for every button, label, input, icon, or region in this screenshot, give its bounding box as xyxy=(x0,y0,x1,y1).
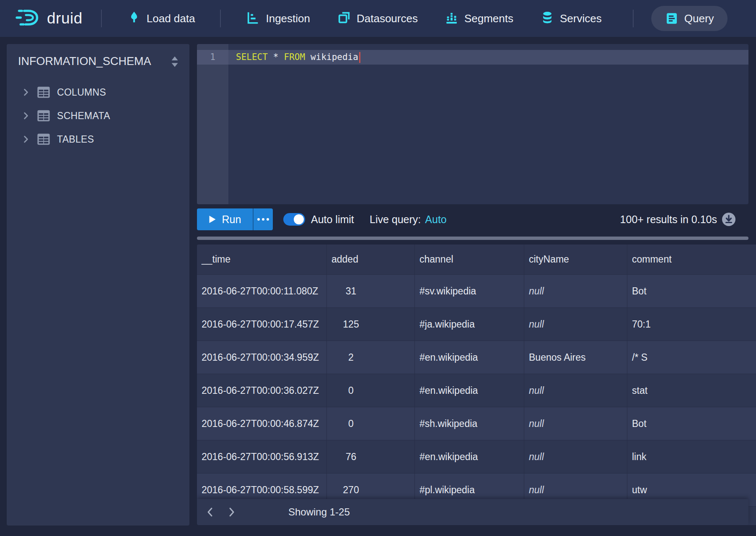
column-header-cityname[interactable]: cityName xyxy=(524,245,627,274)
cell-time[interactable]: 2016-06-27T00:00:56.913Z xyxy=(197,440,327,473)
nav-item-segments[interactable]: Segments xyxy=(445,10,513,26)
line-number: 1 xyxy=(197,50,228,65)
cell-time[interactable]: 2016-06-27T00:00:11.080Z xyxy=(197,275,327,307)
tree-item-columns[interactable]: COLUMNS xyxy=(7,81,189,104)
table-row: 2016-06-27T00:00:56.913Z 76 #en.wikipedi… xyxy=(197,440,756,474)
column-header-comment[interactable]: comment xyxy=(627,245,756,274)
cell-channel[interactable]: #en.wikipedia xyxy=(415,341,524,374)
top-nav: druid Load data Ingestion Datasourc xyxy=(0,0,756,37)
previous-page-button[interactable] xyxy=(205,507,215,518)
tree-item-tables[interactable]: TABLES xyxy=(7,127,189,151)
chevron-right-icon[interactable] xyxy=(22,88,30,96)
table-row: 2016-06-27T00:00:34.959Z 2 #en.wikipedia… xyxy=(197,341,756,374)
cell-comment[interactable]: stat xyxy=(627,374,756,407)
druid-logo-icon xyxy=(14,5,42,32)
tree-item-label: TABLES xyxy=(57,134,94,145)
datasources-stack-icon xyxy=(337,10,351,26)
nav-divider xyxy=(633,10,634,27)
schema-title: INFORMATION_SCHEMA xyxy=(18,55,151,68)
nav-item-query-active[interactable]: Query xyxy=(651,6,728,31)
cell-comment[interactable]: 70:1 xyxy=(627,308,756,341)
brand-name: druid xyxy=(47,10,83,27)
sql-star: * xyxy=(273,50,279,65)
download-results-button[interactable] xyxy=(722,212,736,228)
cell-time[interactable]: 2016-06-27T00:00:36.027Z xyxy=(197,374,327,407)
cell-time[interactable]: 2016-06-27T00:00:46.874Z xyxy=(197,407,327,440)
showing-range-label: Showing 1-25 xyxy=(288,506,350,518)
column-header-added[interactable]: added xyxy=(327,245,415,274)
tree-item-schemata[interactable]: SCHEMATA xyxy=(7,104,189,127)
cell-added[interactable]: 76 xyxy=(327,440,415,473)
cell-channel[interactable]: #sv.wikipedia xyxy=(415,275,524,307)
nav-divider xyxy=(220,10,221,27)
segments-bars-icon xyxy=(445,10,459,26)
cell-added[interactable]: 0 xyxy=(327,374,415,407)
nav-label: Datasources xyxy=(357,12,418,25)
table-row: 2016-06-27T00:00:11.080Z 31 #sv.wikipedi… xyxy=(197,275,756,308)
live-query: Live query: Auto xyxy=(370,208,447,230)
run-options-button[interactable] xyxy=(253,208,273,230)
ingestion-chart-icon xyxy=(246,10,260,26)
auto-limit-label[interactable]: Auto limit xyxy=(311,208,354,230)
schema-tree: COLUMNS SCHEMATA xyxy=(7,81,189,151)
nav-item-datasources[interactable]: Datasources xyxy=(337,10,418,26)
pagination-bar: Showing 1-25 xyxy=(197,499,748,525)
cell-channel[interactable]: #sh.wikipedia xyxy=(415,407,524,440)
chevron-right-icon[interactable] xyxy=(22,135,30,143)
editor-gutter xyxy=(197,44,228,204)
auto-limit-toggle[interactable] xyxy=(283,213,305,226)
nav-label: Ingestion xyxy=(266,12,310,25)
cell-channel[interactable]: #ja.wikipedia xyxy=(415,308,524,341)
sort-toggle-icon[interactable] xyxy=(169,55,180,68)
cell-cityname[interactable]: null xyxy=(524,308,627,341)
nav-label: Segments xyxy=(464,12,513,25)
nav-item-services[interactable]: Services xyxy=(540,10,602,26)
table-row: 2016-06-27T00:00:36.027Z 0 #en.wikipedia… xyxy=(197,374,756,407)
cell-channel[interactable]: #en.wikipedia xyxy=(415,374,524,407)
cell-added[interactable]: 2 xyxy=(327,341,415,374)
cell-added[interactable]: 0 xyxy=(327,407,415,440)
live-query-value-link[interactable]: Auto xyxy=(425,213,446,226)
druid-logo[interactable]: druid xyxy=(14,5,83,32)
cell-comment[interactable]: link xyxy=(627,440,756,473)
table-grid-icon xyxy=(37,86,50,99)
cell-added[interactable]: 31 xyxy=(327,275,415,307)
cell-cityname[interactable]: null xyxy=(524,374,627,407)
column-header-channel[interactable]: channel xyxy=(415,245,524,274)
run-button[interactable]: Run xyxy=(197,208,253,230)
column-header-time[interactable]: __time xyxy=(197,245,327,274)
cell-cityname[interactable]: null xyxy=(524,407,627,440)
nav-divider xyxy=(101,10,102,27)
nav-item-load-data[interactable]: Load data xyxy=(127,10,195,26)
ellipsis-icon xyxy=(257,218,269,221)
resize-handle[interactable] xyxy=(197,237,748,240)
live-query-label: Live query: xyxy=(370,213,421,226)
cell-cityname[interactable]: Buenos Aires xyxy=(524,341,627,374)
cell-comment[interactable]: /* S xyxy=(627,341,756,374)
chevron-right-icon[interactable] xyxy=(22,112,30,120)
sql-keyword: SELECT xyxy=(236,50,268,65)
cell-channel[interactable]: #en.wikipedia xyxy=(415,440,524,473)
nav-label: Query xyxy=(684,12,714,25)
services-database-icon xyxy=(540,10,554,26)
next-page-button[interactable] xyxy=(226,507,237,518)
cell-time[interactable]: 2016-06-27T00:00:17.457Z xyxy=(197,308,327,341)
cell-added[interactable]: 125 xyxy=(327,308,415,341)
results-panel: __time added channel cityName comment 20… xyxy=(197,245,756,525)
toggle-knob xyxy=(294,214,304,224)
cell-comment[interactable]: Bot xyxy=(627,407,756,440)
cell-comment[interactable]: Bot xyxy=(627,275,756,307)
upload-arrow-icon xyxy=(127,10,141,26)
table-grid-icon xyxy=(37,109,50,122)
table-row: 2016-06-27T00:00:17.457Z 125 #ja.wikiped… xyxy=(197,308,756,341)
nav-item-ingestion[interactable]: Ingestion xyxy=(246,10,310,26)
cell-cityname[interactable]: null xyxy=(524,440,627,473)
run-split-button: Run xyxy=(197,208,273,230)
cell-cityname[interactable]: null xyxy=(524,275,627,307)
sql-editor[interactable]: 1 SELECT * FROM wikipedia xyxy=(197,44,748,204)
cell-time[interactable]: 2016-06-27T00:00:34.959Z xyxy=(197,341,327,374)
sql-code-line[interactable]: SELECT * FROM wikipedia xyxy=(236,50,360,65)
nav-label: Load data xyxy=(147,12,195,25)
run-button-label: Run xyxy=(222,213,241,226)
schema-sidebar: INFORMATION_SCHEMA COLUMNS xyxy=(7,44,189,526)
